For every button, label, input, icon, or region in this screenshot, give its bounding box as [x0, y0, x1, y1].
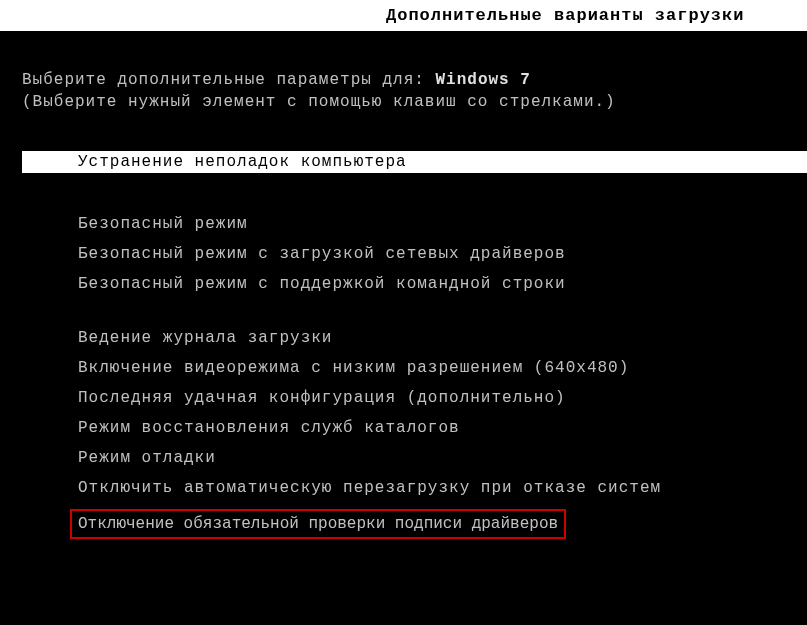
option-low-res-video[interactable]: Включение видеорежима с низким разрешени… [78, 357, 807, 379]
option-safe-mode-cmd[interactable]: Безопасный режим с поддержкой командной … [78, 273, 807, 295]
header-title: Дополнительные варианты загрузки [386, 6, 744, 25]
option-last-known-good[interactable]: Последняя удачная конфигурация (дополнит… [78, 387, 807, 409]
prompt-line: Выберите дополнительные параметры для: W… [22, 71, 807, 89]
prompt-text: Выберите дополнительные параметры для: [22, 71, 425, 89]
option-safe-mode[interactable]: Безопасный режим [78, 213, 807, 235]
selected-option-label: Устранение неполадок компьютера [78, 153, 407, 171]
boot-menu-header: Дополнительные варианты загрузки [0, 0, 807, 31]
option-safe-mode-network[interactable]: Безопасный режим с загрузкой сетевых дра… [78, 243, 807, 265]
option-debug-mode[interactable]: Режим отладки [78, 447, 807, 469]
group-gap [78, 303, 807, 327]
option-disable-auto-restart[interactable]: Отключить автоматическую перезагрузку пр… [78, 477, 807, 499]
option-disable-driver-signature[interactable]: Отключение обязательной проверки подписи… [70, 509, 566, 539]
hint-line: (Выберите нужный элемент с помощью клави… [22, 93, 807, 111]
highlighted-label: Отключение обязательной проверки подписи… [78, 515, 558, 533]
options-list: Безопасный режим Безопасный режим с загр… [22, 213, 807, 539]
boot-menu-content: Выберите дополнительные параметры для: W… [0, 31, 807, 539]
option-boot-logging[interactable]: Ведение журнала загрузки [78, 327, 807, 349]
selected-repair-option[interactable]: Устранение неполадок компьютера [22, 151, 807, 173]
option-ds-restore[interactable]: Режим восстановления служб каталогов [78, 417, 807, 439]
os-name: Windows 7 [435, 71, 530, 89]
